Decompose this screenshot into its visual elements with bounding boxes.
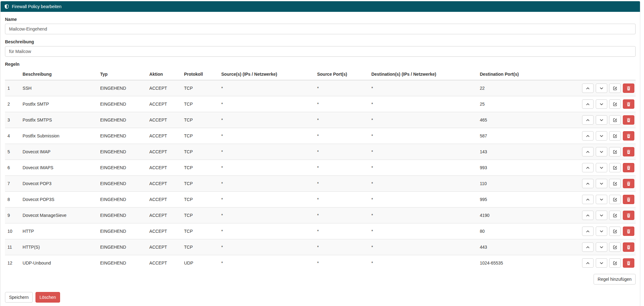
chevron-up-icon xyxy=(586,198,590,202)
delete-rule-button[interactable] xyxy=(623,163,634,172)
description-field[interactable] xyxy=(5,46,636,57)
rule-protocol: TCP xyxy=(181,239,219,255)
rule-actions xyxy=(580,96,636,112)
move-up-button[interactable] xyxy=(582,147,594,156)
rule-protocol: TCP xyxy=(181,128,219,144)
rule-description: Postfix Submission xyxy=(20,128,98,144)
rule-destination-ports: 110 xyxy=(477,176,579,192)
rule-type: EINGEHEND xyxy=(98,176,147,192)
move-up-button[interactable] xyxy=(582,131,594,141)
move-down-button[interactable] xyxy=(596,99,607,109)
delete-rule-button[interactable] xyxy=(623,227,634,236)
rule-number: 4 xyxy=(5,128,20,144)
move-down-button[interactable] xyxy=(596,115,607,125)
delete-rule-button[interactable] xyxy=(623,179,634,188)
rule-sources: * xyxy=(219,192,315,208)
edit-rule-button[interactable] xyxy=(609,195,621,204)
move-down-button[interactable] xyxy=(596,227,607,236)
table-row: 1 SSH EINGEHEND ACCEPT TCP * * * 22 xyxy=(5,80,636,96)
rule-action: ACCEPT xyxy=(147,223,181,239)
trash-icon xyxy=(627,261,631,265)
edit-icon xyxy=(613,261,617,265)
move-up-button[interactable] xyxy=(582,179,594,188)
trash-icon xyxy=(627,118,631,122)
edit-rule-button[interactable] xyxy=(609,131,621,141)
add-rule-button[interactable]: Regel hinzufügen xyxy=(594,274,636,284)
rule-protocol: TCP xyxy=(181,223,219,239)
move-down-button[interactable] xyxy=(596,211,607,220)
delete-rule-button[interactable] xyxy=(623,115,634,125)
move-up-button[interactable] xyxy=(582,242,594,252)
edit-icon xyxy=(613,197,617,202)
edit-rule-button[interactable] xyxy=(609,84,621,93)
edit-rule-button[interactable] xyxy=(609,163,621,172)
rule-action: ACCEPT xyxy=(147,255,181,271)
move-up-button[interactable] xyxy=(582,258,594,268)
edit-rule-button[interactable] xyxy=(609,258,621,268)
rule-sources: * xyxy=(219,255,315,271)
table-row: 6 Dovecot IMAPS EINGEHEND ACCEPT TCP * *… xyxy=(5,160,636,176)
chevron-down-icon xyxy=(599,182,604,186)
rule-description: Dovecot IMAP xyxy=(20,144,98,160)
name-field[interactable] xyxy=(5,24,636,34)
save-button[interactable]: Speichern xyxy=(5,292,33,303)
rule-destinations: * xyxy=(369,176,477,192)
move-down-button[interactable] xyxy=(596,131,607,141)
table-row: 12 UDP-Unbound EINGEHEND ACCEPT UDP * * … xyxy=(5,255,636,271)
move-down-button[interactable] xyxy=(596,163,607,172)
rules-table-body: 1 SSH EINGEHEND ACCEPT TCP * * * 22 xyxy=(5,80,636,271)
chevron-down-icon xyxy=(599,213,604,218)
rule-destination-ports: 465 xyxy=(477,112,579,128)
move-down-button[interactable] xyxy=(596,195,607,204)
rule-number: 5 xyxy=(5,144,20,160)
rule-destination-ports: 993 xyxy=(477,160,579,176)
rule-description: UDP-Unbound xyxy=(20,255,98,271)
rule-number: 1 xyxy=(5,80,20,96)
chevron-up-icon xyxy=(586,245,590,249)
delete-rule-button[interactable] xyxy=(623,147,634,156)
edit-rule-button[interactable] xyxy=(609,211,621,220)
col-header-type: Typ xyxy=(98,69,147,80)
edit-rule-button[interactable] xyxy=(609,147,621,156)
rule-destinations: * xyxy=(369,255,477,271)
chevron-up-icon xyxy=(586,166,590,170)
delete-rule-button[interactable] xyxy=(623,211,634,220)
edit-icon xyxy=(613,229,617,233)
rule-source-ports: * xyxy=(315,112,369,128)
move-up-button[interactable] xyxy=(582,195,594,204)
rule-description: HTTP xyxy=(20,223,98,239)
move-down-button[interactable] xyxy=(596,258,607,268)
move-down-button[interactable] xyxy=(596,84,607,93)
rule-action: ACCEPT xyxy=(147,80,181,96)
move-up-button[interactable] xyxy=(582,163,594,172)
delete-rule-button[interactable] xyxy=(623,84,634,93)
edit-rule-button[interactable] xyxy=(609,242,621,252)
rule-protocol: TCP xyxy=(181,96,219,112)
rule-actions xyxy=(580,176,636,192)
move-up-button[interactable] xyxy=(582,99,594,109)
rule-type: EINGEHEND xyxy=(98,96,147,112)
delete-rule-button[interactable] xyxy=(623,131,634,141)
rule-destination-ports: 995 xyxy=(477,192,579,208)
move-up-button[interactable] xyxy=(582,227,594,236)
chevron-down-icon xyxy=(599,229,604,233)
move-up-button[interactable] xyxy=(582,115,594,125)
move-up-button[interactable] xyxy=(582,84,594,93)
move-up-button[interactable] xyxy=(582,211,594,220)
delete-policy-button[interactable]: Löschen xyxy=(35,292,60,303)
delete-rule-button[interactable] xyxy=(623,242,634,252)
rule-description: Dovecot POP3S xyxy=(20,192,98,208)
edit-rule-button[interactable] xyxy=(609,179,621,188)
delete-rule-button[interactable] xyxy=(623,258,634,268)
delete-rule-button[interactable] xyxy=(623,195,634,204)
edit-rule-button[interactable] xyxy=(609,99,621,109)
move-down-button[interactable] xyxy=(596,179,607,188)
rule-description: Postfix SMTPS xyxy=(20,112,98,128)
rule-protocol: TCP xyxy=(181,208,219,223)
edit-rule-button[interactable] xyxy=(609,227,621,236)
panel-body: Name Beschreibung Regeln Beschrei xyxy=(1,12,640,306)
move-down-button[interactable] xyxy=(596,147,607,156)
move-down-button[interactable] xyxy=(596,242,607,252)
delete-rule-button[interactable] xyxy=(623,99,634,109)
edit-rule-button[interactable] xyxy=(609,115,621,125)
